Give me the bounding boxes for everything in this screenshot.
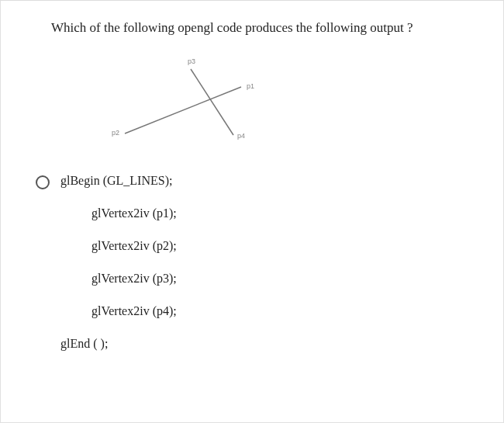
line-p2-p1 xyxy=(125,87,241,133)
code-line-glend: glEnd ( ); xyxy=(60,337,472,351)
option-content: glBegin (GL_LINES); glVertex2iv (p1); gl… xyxy=(60,174,472,369)
line-p3-p4 xyxy=(191,69,233,135)
code-line-glbegin: glBegin (GL_LINES); xyxy=(60,174,472,188)
code-line-v1: glVertex2iv (p1); xyxy=(91,206,472,220)
label-p3: p3 xyxy=(188,57,195,65)
question-text: Which of the following opengl code produ… xyxy=(51,20,472,36)
option-row: glBegin (GL_LINES); glVertex2iv (p1); gl… xyxy=(36,174,472,369)
label-p2: p2 xyxy=(112,129,119,137)
code-line-v2: glVertex2iv (p2); xyxy=(91,239,472,253)
code-line-v4: glVertex2iv (p4); xyxy=(91,304,472,318)
question-card: Which of the following opengl code produ… xyxy=(0,0,504,423)
label-p1: p1 xyxy=(247,82,254,90)
radio-option-1[interactable] xyxy=(36,175,50,189)
code-line-v3: glVertex2iv (p3); xyxy=(91,272,472,286)
label-p4: p4 xyxy=(237,132,245,140)
lines-diagram: p3 p1 p2 p4 xyxy=(82,50,284,158)
